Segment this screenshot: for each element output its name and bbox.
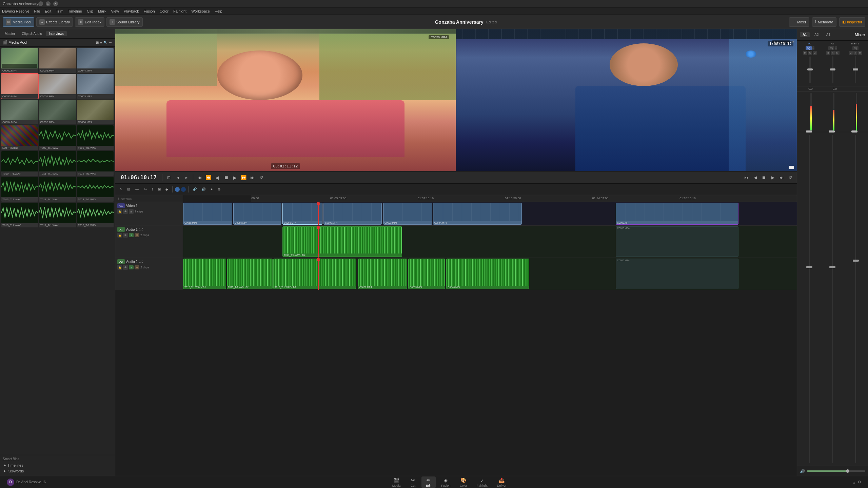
media-item-T013-Tr2[interactable]: T013_Tr2.WAV	[1, 177, 38, 202]
media-item-C0053[interactable]: C0053.MP4	[77, 74, 114, 99]
media-item-T010[interactable]: T010_Tr1.WAV	[1, 151, 38, 176]
media-item-T015[interactable]: T015_Tr1.WAV	[1, 203, 38, 227]
menu-item-file[interactable]: File	[34, 9, 40, 13]
ch-main1-fader[interactable]	[855, 56, 856, 83]
menu-item-timeline[interactable]: Timeline	[68, 9, 82, 13]
blue-color-btn[interactable]	[175, 187, 180, 192]
stop-prog-btn[interactable]: ⏹	[760, 174, 768, 181]
ch-a1-m-btn[interactable]: M	[803, 51, 807, 55]
a2-lock-btn[interactable]: 🔒	[117, 265, 122, 270]
media-item-T017[interactable]: T017_Tr1.WAV	[39, 203, 76, 227]
menu-item-help[interactable]: Help	[215, 9, 222, 13]
ch-a1-s-btn[interactable]: S	[808, 51, 812, 55]
ch-a2-mono-btn[interactable]: M	[835, 51, 840, 55]
master-tab[interactable]: Master	[2, 31, 18, 36]
a2-clip-C0002[interactable]: C0002.MP4	[358, 259, 407, 289]
main1-large-fader-track[interactable]	[855, 135, 856, 463]
mixer-tab-a1[interactable]: A1	[800, 32, 810, 37]
a2-clip-T015[interactable]: T015_Tr1.WAV - Tr1	[227, 259, 273, 289]
v1-clip-C0055[interactable]: C0055.MP4	[233, 203, 281, 225]
interviews-tab[interactable]: Interviews	[46, 31, 67, 36]
ch-main1-mono-btn[interactable]: M	[858, 51, 862, 55]
play-btn[interactable]: ▶	[231, 174, 239, 181]
ch-main1-s-btn[interactable]: S	[853, 51, 857, 55]
a1-eye-btn[interactable]: 👁	[123, 233, 128, 238]
close-button[interactable]: ✕	[53, 1, 58, 6]
prev-frame-btn[interactable]: ◀	[751, 174, 759, 181]
play-back-btn[interactable]: ◀	[214, 174, 221, 181]
v1-eye-btn[interactable]: 👁	[123, 209, 128, 214]
menu-item-view[interactable]: View	[111, 9, 119, 13]
effects-library-btn[interactable]: ★ Effects Library	[36, 17, 73, 27]
mixer-btn[interactable]: ⋮ Mixer	[789, 17, 809, 27]
media-item-C0056[interactable]: C0056.MP4	[77, 100, 114, 124]
a1-solo-btn[interactable]: S	[129, 233, 134, 237]
master-volume-slider[interactable]	[807, 470, 865, 472]
source-step-fwd-btn[interactable]: ▸	[183, 174, 190, 181]
menu-item-fairlight[interactable]: Fairlight	[173, 9, 186, 13]
nudge-btn[interactable]: ⊕	[216, 186, 222, 193]
source-step-back-btn[interactable]: ◂	[174, 174, 181, 181]
nav-cut[interactable]: ✂ Cut	[406, 476, 420, 488]
media-item-C0044[interactable]: C0044.MP4	[77, 48, 114, 73]
a2-fader-knob[interactable]	[829, 130, 835, 133]
dynamic-trim-btn[interactable]: ⟺	[133, 186, 141, 193]
menu-item-color[interactable]: Color	[160, 9, 169, 13]
ch-a2-eq-btn[interactable]: EQ	[828, 46, 834, 50]
menu-item-davinci-resolve[interactable]: DaVinci Resolve	[2, 9, 29, 13]
nav-fusion[interactable]: ◈ Fusion	[437, 476, 454, 488]
a2-clip-C0050[interactable]: C0050.MP4	[616, 259, 738, 289]
gap-tool-btn[interactable]: ⊠	[156, 186, 162, 193]
mixer-tab-main1[interactable]: A1	[824, 32, 833, 37]
a2-mute-btn[interactable]: M	[135, 265, 139, 269]
ch-main1-fader-knob[interactable]	[853, 68, 858, 70]
media-item-T002[interactable]: T002_Tr1.WAV	[39, 125, 76, 150]
media-item-lut[interactable]: LUT Timeline	[1, 125, 38, 150]
v1-clip-C0002[interactable]: C0002.MP4	[323, 203, 382, 225]
mixer-tab-a2[interactable]: A2	[812, 32, 822, 37]
a1-lock-btn[interactable]: 🔒	[117, 233, 122, 238]
v1-clips[interactable]: C0058.MP4 C0055.MP4 C0053.MP4 C0002	[183, 202, 797, 225]
marker-btn[interactable]: ◆	[164, 186, 170, 193]
ch-a1-fader-knob[interactable]	[807, 68, 813, 70]
menu-item-fusion[interactable]: Fusion	[144, 9, 155, 13]
dark-blue-color-btn[interactable]	[181, 187, 186, 192]
inspector-btn[interactable]: ◧ Inspector	[839, 17, 865, 27]
media-item-T013-Tr1[interactable]: T013_Tr1.WAV	[39, 177, 76, 202]
keywords-item[interactable]: ▸ Keywords	[3, 468, 112, 474]
maximize-button[interactable]: □	[46, 1, 51, 6]
media-item-C0002[interactable]: C0002.MP4	[1, 48, 38, 73]
edit-index-btn[interactable]: ≡ Edit Index	[75, 17, 104, 27]
ch-main1-eq-btn[interactable]: EQ	[852, 46, 859, 50]
v1-clip-C0044[interactable]: C0044.MP4	[433, 203, 522, 225]
a2-eye-btn[interactable]: 👁	[123, 265, 128, 270]
media-pool-btn[interactable]: ⊞ Media Pool	[3, 17, 34, 27]
source-prev-btn[interactable]: ⊡	[165, 174, 173, 181]
ch-a2-fader[interactable]	[832, 56, 833, 83]
audio-btn[interactable]: 🔊	[200, 186, 207, 193]
v1-clip-C0053[interactable]: C0053.MP4	[282, 203, 322, 225]
timelines-item[interactable]: ▸ Timelines	[3, 462, 112, 468]
menu-item-playback[interactable]: Playback	[124, 9, 139, 13]
a2-large-fader-handle[interactable]	[829, 266, 835, 268]
master-volume-handle[interactable]	[846, 469, 849, 473]
sort-btn[interactable]: ⋯	[109, 41, 112, 44]
smooth-tool-btn[interactable]: ⌇	[150, 186, 155, 193]
a1-large-fader-track[interactable]	[809, 135, 810, 463]
menu-item-trim[interactable]: Trim	[56, 9, 63, 13]
timeline-ruler[interactable]: 01:00:00:00 01:03:39:08 01:07:18:16 01:1…	[251, 195, 797, 202]
media-item-T018[interactable]: T018_Tr1.WAV	[77, 203, 114, 227]
blade-tool-btn[interactable]: ✂	[142, 186, 149, 193]
a1-clip-T013[interactable]: T013_Tr2.WAV - Tr2	[282, 226, 402, 257]
next-edit-btn[interactable]: ⏭	[778, 174, 785, 181]
media-item-C0050[interactable]: C0050.MP4	[1, 74, 38, 99]
clips-audio-tab[interactable]: Clips & Audio	[19, 31, 45, 36]
trim-tool-btn[interactable]: ⊡	[125, 186, 132, 193]
nav-color[interactable]: 🎨 Color	[456, 476, 471, 488]
list-view-btn[interactable]: ≡	[100, 41, 102, 44]
rewind-start-btn[interactable]: ⏮	[196, 174, 203, 181]
a1-clip-C0050[interactable]: C0050.MP4	[616, 226, 738, 257]
ch-a1-eq-btn[interactable]: EQ	[806, 46, 812, 50]
menu-item-clip[interactable]: Clip	[87, 9, 93, 13]
a1-fader-knob[interactable]	[806, 130, 812, 133]
